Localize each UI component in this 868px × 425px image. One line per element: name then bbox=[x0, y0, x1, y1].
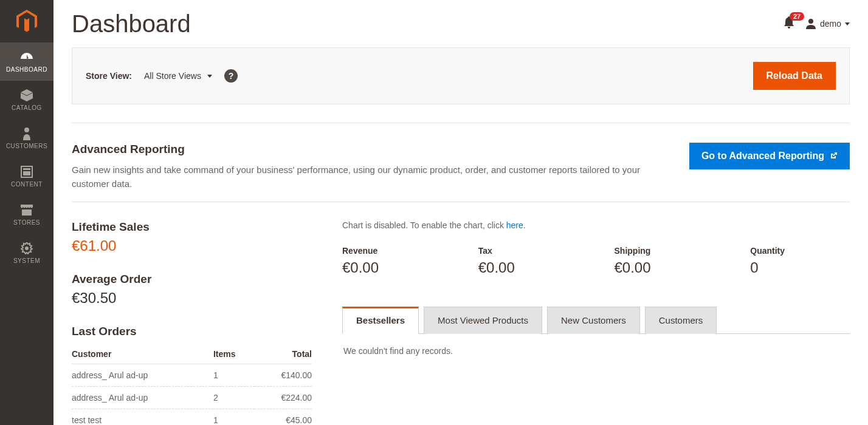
cell-items: 2 bbox=[213, 387, 255, 409]
notification-count: 27 bbox=[790, 12, 804, 21]
stat-tax: Tax€0.00 bbox=[478, 246, 578, 276]
cell-customer: test test bbox=[72, 409, 213, 426]
nav-label: SYSTEM bbox=[13, 257, 40, 264]
topbar: Dashboard 27 demo bbox=[72, 0, 850, 47]
last-orders-table: Customer Items Total address_ Arul ad-up… bbox=[72, 344, 312, 425]
notifications-button[interactable]: 27 bbox=[784, 16, 794, 31]
tab-content: We couldn't find any records. bbox=[342, 334, 850, 368]
stat-value: €0.00 bbox=[478, 259, 578, 276]
user-name: demo bbox=[820, 19, 841, 29]
stat-label: Shipping bbox=[615, 246, 714, 256]
sidebar: DASHBOARD CATALOG CUSTOMERS CONTENT STOR… bbox=[0, 0, 53, 425]
enable-chart-link[interactable]: here bbox=[506, 220, 523, 230]
user-icon bbox=[805, 18, 816, 29]
store-view-select[interactable]: All Store Views bbox=[144, 71, 212, 81]
store-view-label: Store View: bbox=[86, 71, 132, 81]
nav-stores[interactable]: STORES bbox=[0, 195, 53, 234]
svg-point-5 bbox=[808, 19, 813, 24]
tab-new-customers[interactable]: New Customers bbox=[547, 307, 640, 334]
box-icon bbox=[20, 89, 33, 102]
stat-label: Quantity bbox=[750, 246, 850, 256]
svg-point-4 bbox=[25, 246, 29, 250]
nav-label: STORES bbox=[13, 219, 40, 226]
user-menu[interactable]: demo bbox=[805, 18, 850, 29]
table-row[interactable]: test test1€45.00 bbox=[72, 409, 312, 426]
tab-customers[interactable]: Customers bbox=[645, 307, 717, 334]
gear-icon bbox=[21, 242, 33, 255]
person-icon bbox=[22, 127, 31, 140]
advanced-reporting-title: Advanced Reporting bbox=[72, 143, 680, 156]
nav-label: CONTENT bbox=[11, 181, 43, 188]
magento-logo-icon bbox=[16, 10, 37, 33]
left-column: Lifetime Sales €61.00 Average Order €30.… bbox=[72, 220, 312, 425]
gauge-icon bbox=[19, 50, 34, 64]
nav-system[interactable]: SYSTEM bbox=[0, 234, 53, 272]
cell-items: 1 bbox=[213, 364, 255, 387]
logo[interactable] bbox=[0, 0, 53, 42]
cell-total: €45.00 bbox=[255, 409, 312, 426]
reload-data-button[interactable]: Reload Data bbox=[753, 62, 836, 90]
stat-quantity: Quantity0 bbox=[750, 246, 850, 276]
nav-label: CUSTOMERS bbox=[6, 143, 47, 149]
lifetime-sales-value: €61.00 bbox=[72, 237, 312, 254]
nav-dashboard[interactable]: DASHBOARD bbox=[0, 42, 53, 81]
cell-customer: address_ Arul ad-up bbox=[72, 364, 213, 387]
nav-label: DASHBOARD bbox=[6, 66, 47, 73]
last-orders-title: Last Orders bbox=[72, 325, 312, 338]
stat-revenue: Revenue€0.00 bbox=[342, 246, 442, 276]
stat-value: €0.00 bbox=[342, 259, 442, 276]
tab-bestsellers[interactable]: Bestsellers bbox=[342, 307, 419, 334]
stats-row: Revenue€0.00Tax€0.00Shipping€0.00Quantit… bbox=[342, 246, 850, 276]
average-order-value: €30.50 bbox=[72, 290, 312, 307]
cell-customer: address_ Arul ad-up bbox=[72, 387, 213, 409]
nav-label: CATALOG bbox=[12, 104, 42, 111]
nav-catalog[interactable]: CATALOG bbox=[0, 81, 53, 119]
lifetime-sales-label: Lifetime Sales bbox=[72, 220, 312, 234]
main-content: Dashboard 27 demo Store View: All Store … bbox=[53, 0, 868, 425]
external-link-icon bbox=[829, 152, 838, 160]
store-view-bar: Store View: All Store Views ? Reload Dat… bbox=[72, 47, 850, 104]
button-label: Go to Advanced Reporting bbox=[701, 151, 824, 162]
cell-items: 1 bbox=[213, 409, 255, 426]
help-icon[interactable]: ? bbox=[224, 69, 238, 83]
stat-shipping: Shipping€0.00 bbox=[615, 246, 714, 276]
tabs: BestsellersMost Viewed ProductsNew Custo… bbox=[342, 307, 850, 368]
table-row[interactable]: address_ Arul ad-up2€224.00 bbox=[72, 387, 312, 409]
chart-msg-prefix: Chart is disabled. To enable the chart, … bbox=[342, 220, 506, 230]
col-total: Total bbox=[255, 344, 312, 364]
chevron-down-icon bbox=[845, 22, 850, 25]
svg-point-0 bbox=[24, 127, 29, 132]
stat-label: Tax bbox=[478, 246, 578, 256]
chart-msg-suffix: . bbox=[523, 220, 526, 230]
svg-rect-2 bbox=[23, 168, 30, 170]
page-title: Dashboard bbox=[72, 10, 191, 38]
table-row[interactable]: address_ Arul ad-up1€140.00 bbox=[72, 364, 312, 387]
cell-total: €140.00 bbox=[255, 364, 312, 387]
advanced-reporting-section: Advanced Reporting Gain new insights and… bbox=[72, 123, 850, 202]
tab-most-viewed-products[interactable]: Most Viewed Products bbox=[424, 307, 542, 334]
store-view-value: All Store Views bbox=[144, 71, 201, 81]
right-column: Chart is disabled. To enable the chart, … bbox=[342, 220, 850, 425]
chevron-down-icon bbox=[207, 75, 212, 78]
nav-content[interactable]: CONTENT bbox=[0, 157, 53, 195]
svg-rect-3 bbox=[23, 171, 30, 175]
chart-disabled-message: Chart is disabled. To enable the chart, … bbox=[342, 220, 850, 230]
col-items: Items bbox=[213, 344, 255, 364]
stat-value: 0 bbox=[750, 259, 850, 276]
layout-icon bbox=[21, 165, 33, 178]
average-order-label: Average Order bbox=[72, 273, 312, 286]
advanced-reporting-text: Gain new insights and take command of yo… bbox=[72, 163, 680, 191]
stat-value: €0.00 bbox=[615, 259, 714, 276]
col-customer: Customer bbox=[72, 344, 213, 364]
store-icon bbox=[20, 203, 33, 217]
stat-label: Revenue bbox=[342, 246, 442, 256]
nav-customers[interactable]: CUSTOMERS bbox=[0, 119, 53, 157]
cell-total: €224.00 bbox=[255, 387, 312, 409]
go-to-advanced-reporting-button[interactable]: Go to Advanced Reporting bbox=[689, 143, 850, 169]
